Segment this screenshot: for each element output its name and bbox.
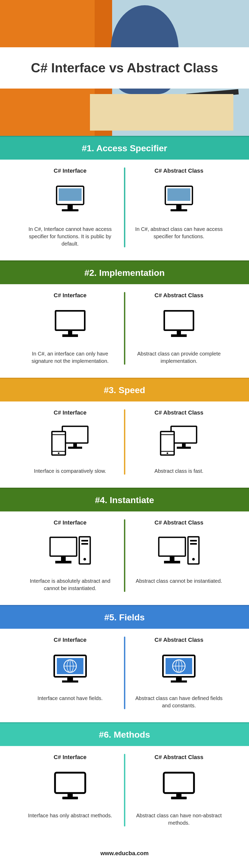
monitor-icon: [161, 309, 197, 340]
comparison-row: C# Interface In C#, an interface can onl…: [0, 284, 249, 378]
pc-tower-icon: [48, 535, 92, 569]
svg-rect-36: [170, 556, 174, 561]
column-right-label: C# Abstract Class: [133, 519, 226, 526]
svg-rect-63: [171, 797, 187, 799]
svg-rect-3: [62, 209, 78, 211]
comparison-right: C# Abstract Class Abstract class can hav…: [124, 637, 234, 709]
comparison-left: C# Interface Interface has only abstract…: [15, 754, 124, 827]
comparison-right: C# Abstract Class In C#, abstract class …: [124, 167, 234, 247]
column-left-label: C# Interface: [24, 637, 117, 643]
section-header: #2. Implementation: [0, 260, 249, 284]
comparison-right: C# Abstract Class Abstract class can hav…: [124, 754, 234, 827]
svg-rect-14: [62, 426, 88, 443]
comparison-icon: [133, 424, 226, 460]
comparison-left: C# Interface In C#, Interface cannot hav…: [15, 167, 124, 247]
svg-rect-22: [182, 443, 186, 447]
svg-point-27: [167, 453, 168, 454]
svg-rect-48: [67, 677, 73, 680]
column-left-label: C# Interface: [24, 754, 117, 761]
svg-rect-7: [171, 209, 187, 211]
comparison-row: C# Interface Interface cannot have field…: [0, 629, 249, 722]
svg-rect-8: [56, 311, 85, 330]
comparison-icon: [133, 768, 226, 805]
left-description: Interface cannot have fields.: [24, 694, 117, 702]
svg-rect-59: [68, 793, 73, 797]
left-description: In C#, Interface cannot have access spec…: [24, 225, 117, 247]
comparison-icon: [24, 182, 117, 218]
svg-rect-15: [73, 443, 77, 447]
pc-tower-icon: [157, 535, 201, 569]
svg-rect-2: [68, 205, 73, 209]
section-header: #5. Fields: [0, 605, 249, 629]
comparison-left: C# Interface Interface cannot have field…: [15, 637, 124, 709]
svg-rect-13: [171, 334, 187, 337]
comparison-icon: [24, 306, 117, 343]
svg-rect-33: [81, 543, 88, 545]
hero-banner: C# Interface vs Abstract Class: [0, 0, 249, 136]
hero-title-box: C# Interface vs Abstract Class: [0, 47, 249, 89]
right-description: Abstract class can provide complete impl…: [133, 350, 226, 365]
column-right-label: C# Abstract Class: [133, 292, 226, 299]
comparison-right: C# Abstract Class Abstract class can pro…: [124, 292, 234, 365]
right-description: Abstract class can have non-abstract met…: [133, 812, 226, 827]
svg-rect-32: [81, 540, 88, 541]
comparison-right: C# Abstract Class Abstract class is fast…: [124, 409, 234, 475]
left-description: Interface is comparatively slow.: [24, 467, 117, 475]
svg-rect-12: [177, 330, 181, 334]
svg-rect-16: [68, 447, 82, 449]
comparison-icon: [133, 533, 226, 570]
comparison-left: C# Interface In C#, an interface can onl…: [15, 292, 124, 365]
svg-rect-10: [62, 334, 78, 337]
blank-monitor-icon: [161, 771, 197, 802]
globe-screen-icon: [159, 653, 199, 685]
comparison-right: C# Abstract Class Abstract class cannot …: [124, 519, 234, 592]
svg-point-41: [192, 558, 195, 561]
svg-rect-9: [68, 330, 72, 334]
right-description: In C#, abstract class can have access sp…: [133, 225, 226, 240]
svg-rect-1: [59, 188, 82, 201]
svg-rect-28: [50, 537, 77, 556]
monitor-icon: [52, 309, 88, 340]
section-header: #4. Instantiate: [0, 488, 249, 512]
comparison-icon: [24, 533, 117, 570]
section-header: #1. Access Specifier: [0, 136, 249, 160]
svg-rect-61: [164, 773, 194, 793]
left-description: In C#, an interface can only have signat…: [24, 350, 117, 365]
comparison-row: C# Interface Interface is absolutely abs…: [0, 512, 249, 605]
comparison-icon: [133, 651, 226, 687]
svg-point-20: [58, 453, 60, 454]
comparison-icon: [24, 651, 117, 687]
comparison-icon: [24, 768, 117, 805]
comparison-row: C# Interface In C#, Interface cannot hav…: [0, 160, 249, 260]
svg-rect-40: [190, 543, 197, 545]
blank-monitor-icon: [52, 771, 88, 802]
footer-url: www.educba.com: [0, 840, 249, 867]
comparison-row: C# Interface Interface is comparatively …: [0, 401, 249, 488]
svg-rect-11: [164, 311, 193, 330]
svg-rect-23: [177, 447, 191, 449]
svg-rect-21: [171, 426, 197, 443]
svg-rect-39: [190, 540, 197, 541]
comparison-left: C# Interface Interface is absolutely abs…: [15, 519, 124, 592]
section-header: #3. Speed: [0, 378, 249, 401]
imac-icon: [161, 184, 197, 216]
right-description: Abstract class can have defined fields a…: [133, 694, 226, 709]
svg-rect-58: [55, 773, 85, 793]
page-title: C# Interface vs Abstract Class: [10, 60, 239, 75]
comparison-left: C# Interface Interface is comparatively …: [15, 409, 124, 475]
svg-rect-57: [171, 680, 187, 683]
devices-icon: [49, 425, 91, 459]
svg-rect-6: [176, 205, 181, 209]
column-right-label: C# Abstract Class: [133, 754, 226, 761]
svg-rect-35: [159, 537, 185, 556]
right-description: Abstract class is fast.: [133, 467, 226, 475]
column-left-label: C# Interface: [24, 409, 117, 416]
svg-rect-60: [62, 797, 78, 799]
left-description: Interface has only abstract methods.: [24, 812, 117, 819]
left-description: Interface is absolutely abstract and can…: [24, 577, 117, 592]
svg-rect-29: [61, 556, 66, 561]
section-header: #6. Methods: [0, 722, 249, 746]
right-description: Abstract class cannot be instantiated.: [133, 577, 226, 585]
column-right-label: C# Abstract Class: [133, 409, 226, 416]
svg-rect-37: [164, 561, 180, 563]
